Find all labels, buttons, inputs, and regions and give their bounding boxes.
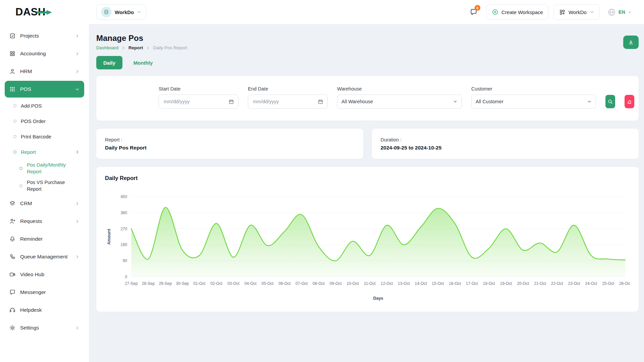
- chevron-right-icon: [75, 201, 80, 206]
- workdo-menu-button[interactable]: WorkDo: [554, 4, 600, 20]
- duration-summary-value: 2024-09-25 to 2024-10-25: [381, 145, 630, 151]
- page-title: Manage Pos: [96, 34, 187, 43]
- svg-text:24-Oct: 24-Oct: [585, 281, 597, 286]
- create-workspace-button[interactable]: Create Workspace: [486, 4, 548, 20]
- end-date-label: End Date: [248, 86, 328, 92]
- svg-text:03-Oct: 03-Oct: [227, 281, 240, 286]
- layers-icon: [9, 200, 16, 207]
- svg-text:Days: Days: [373, 296, 383, 301]
- svg-text:08-Oct: 08-Oct: [313, 281, 325, 286]
- reset-filter-button[interactable]: [625, 95, 634, 108]
- svg-text:16-Oct: 16-Oct: [449, 281, 461, 286]
- search-button[interactable]: [605, 95, 615, 108]
- sidebar-item-helpdesk[interactable]: Helpdesk: [5, 302, 84, 318]
- person-icon: [9, 68, 16, 75]
- svg-text:17-Oct: 17-Oct: [466, 281, 478, 286]
- language-selector[interactable]: EN: [605, 7, 634, 17]
- sidebar-item-settings[interactable]: Settings: [5, 319, 84, 336]
- calendar-icon[interactable]: [228, 99, 234, 105]
- logo-arrow-icon: [37, 10, 52, 15]
- app-logo[interactable]: DASH: [0, 6, 89, 18]
- sidebar-item-hrm[interactable]: HRM: [5, 63, 84, 80]
- sidebar-item-pos-vs-purchase-report[interactable]: Pos VS Purchase Report: [5, 178, 84, 194]
- breadcrumb-current: Daily Pos Report: [153, 45, 187, 50]
- workspace-name: WorkDo: [115, 9, 134, 15]
- svg-text:22-Oct: 22-Oct: [551, 281, 564, 286]
- chart-title: Daily Report: [105, 175, 630, 181]
- sidebar-item-add-pos[interactable]: Add POS: [5, 99, 84, 113]
- sidebar-item-queue-management[interactable]: Queue Management: [5, 248, 84, 265]
- end-date-input[interactable]: [252, 99, 303, 105]
- svg-text:11-Oct: 11-Oct: [364, 281, 376, 286]
- start-date-input[interactable]: [163, 99, 213, 105]
- bullet-icon: [13, 150, 16, 154]
- calendar-icon[interactable]: [318, 99, 323, 105]
- plus-circle-icon: [492, 9, 498, 15]
- daily-report-chart: 09018027036045027-Sep28-Sep29-Sep30-Sep0…: [105, 191, 630, 302]
- report-summary-card: Report : Daily Pos Report: [96, 129, 363, 159]
- bullet-icon: [19, 167, 22, 170]
- svg-text:90: 90: [123, 258, 127, 263]
- svg-text:26-Oct: 26-Oct: [619, 281, 630, 286]
- tab-daily[interactable]: Daily: [96, 56, 122, 69]
- svg-text:0: 0: [125, 275, 127, 279]
- svg-text:12-Oct: 12-Oct: [381, 281, 393, 286]
- main-content: Manage Pos Dashboard Report Daily Pos Re…: [89, 24, 644, 362]
- headset-icon: [9, 307, 16, 313]
- svg-text:19-Oct: 19-Oct: [500, 281, 512, 286]
- sidebar-item-crm[interactable]: CRM: [5, 195, 84, 212]
- svg-text:07-Oct: 07-Oct: [296, 281, 308, 286]
- download-button[interactable]: [623, 36, 639, 49]
- clipboard-check-icon: [9, 33, 16, 39]
- svg-text:02-Oct: 02-Oct: [210, 281, 223, 286]
- warehouse-label: Warehouse: [337, 86, 462, 92]
- sidebar-item-accounting[interactable]: Accounting: [5, 45, 84, 62]
- sidebar-item-pos-order[interactable]: POS Order: [5, 114, 84, 128]
- sidebar: Projects Accounting HRM POS Add POS POS …: [0, 24, 89, 362]
- sidebar-item-reminder[interactable]: Reminder: [5, 231, 84, 247]
- workspace-switcher[interactable]: WorkDo: [96, 4, 146, 20]
- topbar: DASH WorkDo 0 Create Workspace WorkDo EN: [0, 0, 644, 24]
- video-camera-icon: [9, 271, 16, 278]
- create-workspace-label: Create Workspace: [501, 9, 543, 15]
- svg-text:27-Sep: 27-Sep: [125, 281, 138, 286]
- sidebar-item-report[interactable]: Report: [5, 145, 84, 159]
- report-summary-value: Daily Pos Report: [105, 145, 355, 151]
- chevron-down-icon: [628, 10, 632, 14]
- language-code: EN: [619, 9, 625, 15]
- svg-text:04-Oct: 04-Oct: [245, 281, 257, 286]
- customer-label: Customer: [471, 86, 596, 92]
- customer-select[interactable]: All Customer: [471, 95, 596, 109]
- end-date-input-wrap: [248, 95, 328, 109]
- tab-monthly[interactable]: Monthly: [126, 56, 160, 69]
- download-icon: [628, 39, 634, 45]
- warehouse-selected-value: All Warehouse: [341, 99, 373, 104]
- sidebar-item-video-hub[interactable]: Video Hub: [5, 266, 84, 283]
- svg-text:28-Sep: 28-Sep: [142, 281, 155, 286]
- eraser-icon: [627, 99, 632, 105]
- svg-text:14-Oct: 14-Oct: [415, 281, 427, 286]
- workspace-avatar-icon: [101, 7, 112, 17]
- sidebar-item-requests[interactable]: Requests: [5, 213, 84, 230]
- start-date-field: Start Date: [159, 86, 238, 109]
- sidebar-item-pos-daily-monthly-report[interactable]: Pos Daily/Monthly Report: [5, 160, 84, 177]
- svg-text:270: 270: [120, 227, 127, 231]
- chevron-down-icon: [453, 99, 458, 104]
- sidebar-item-pos[interactable]: POS: [5, 81, 84, 98]
- breadcrumb-dashboard-link[interactable]: Dashboard: [96, 45, 118, 50]
- svg-text:20-Oct: 20-Oct: [517, 281, 529, 286]
- messages-button[interactable]: 0: [466, 5, 481, 19]
- grid-icon: [9, 50, 16, 57]
- sidebar-item-print-barcode[interactable]: Print Barcode: [5, 129, 84, 143]
- breadcrumb-report: Report: [128, 45, 143, 50]
- bullet-icon: [13, 135, 16, 138]
- svg-text:18-Oct: 18-Oct: [483, 281, 495, 286]
- svg-text:01-Oct: 01-Oct: [193, 281, 206, 286]
- chevron-down-icon: [75, 87, 80, 92]
- messages-badge: 0: [475, 5, 480, 11]
- sidebar-item-messenger[interactable]: Messenger: [5, 284, 84, 301]
- summary-row: Report : Daily Pos Report Duration : 202…: [96, 129, 639, 159]
- sidebar-item-projects[interactable]: Projects: [5, 27, 84, 44]
- chevron-right-icon: [75, 34, 80, 39]
- warehouse-select[interactable]: All Warehouse: [337, 95, 462, 109]
